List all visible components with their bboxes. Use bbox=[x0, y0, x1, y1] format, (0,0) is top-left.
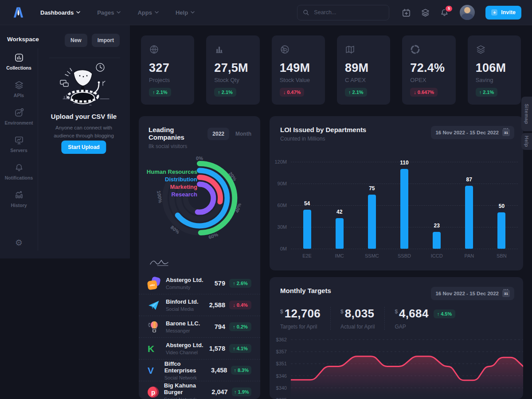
vimeo-icon: V bbox=[148, 366, 160, 375]
monthly-date-range[interactable]: 16 Nov 2022 - 15 Dec 2022 31 bbox=[431, 287, 514, 300]
arrow-down-icon: ↓ bbox=[233, 302, 235, 308]
arrow-up-icon: ↑ bbox=[348, 90, 351, 95]
y-axis-label: $340 bbox=[276, 385, 287, 391]
bar-chart-icon bbox=[214, 44, 251, 55]
edge-tab-help[interactable]: Help bbox=[521, 133, 532, 150]
app-logo-icon[interactable] bbox=[12, 7, 24, 18]
company-list: otkaAbstergo Ltd.Community579↑2.6%Binfor… bbox=[139, 272, 260, 399]
arrow-up-icon: ↑ bbox=[234, 368, 236, 373]
layers-stack-icon[interactable] bbox=[421, 8, 430, 17]
layers-icon bbox=[476, 44, 513, 55]
sidebar-item-notifications[interactable]: Notifications bbox=[0, 163, 38, 180]
sidebar-item-environment[interactable]: Environment bbox=[0, 108, 38, 125]
y-axis-label: 60M bbox=[278, 203, 287, 208]
x-axis-label: IMC bbox=[335, 253, 344, 258]
company-value: 2,047 bbox=[209, 388, 228, 395]
yarn-ball-icon bbox=[280, 44, 317, 55]
monthly-stats: $12,706Targets for April$8,035Actual for… bbox=[270, 300, 523, 330]
y-axis-label: $357 bbox=[276, 349, 287, 354]
upload-panel: Upload your CSV file Anyone can connect … bbox=[38, 25, 130, 258]
company-row[interactable]: KAbstergo Ltd.Video Channel1,578↑4.1% bbox=[139, 337, 260, 359]
bell-icon[interactable]: 5 bbox=[440, 8, 449, 17]
legend-item: Distribution bbox=[139, 176, 197, 183]
upload-heading: Upload your CSV file bbox=[38, 113, 130, 120]
nav-item-dashboards[interactable]: Dashboards bbox=[40, 9, 80, 16]
kickstarter-icon: K bbox=[148, 344, 161, 353]
bar-ssmc: 75 bbox=[368, 195, 376, 249]
leading-companies-card: Leading Companies 8k social visitors 202… bbox=[139, 116, 260, 399]
bar-value-label: 42 bbox=[336, 209, 342, 215]
company-row[interactable]: VBiffco EnterprisesSocial Network3,458↑8… bbox=[139, 359, 260, 381]
x-axis-label: SBN bbox=[497, 253, 507, 258]
delta-badge: ↓0.647% bbox=[410, 88, 438, 97]
discord-icon: otka bbox=[148, 277, 160, 289]
stat-card-projects: 327Projects↑2.1% bbox=[141, 35, 194, 105]
arrow-down-icon: ↓ bbox=[414, 90, 416, 95]
date-range-label: 16 Nov 2022 - 15 Dec 2022 bbox=[435, 291, 499, 296]
nav-item-label: Dashboards bbox=[40, 9, 74, 16]
chevron-down-icon bbox=[155, 11, 159, 14]
invite-button[interactable]: + Invite bbox=[485, 6, 521, 20]
search-input[interactable] bbox=[313, 9, 370, 16]
nav-item-label: Help bbox=[176, 9, 188, 16]
delta-value: 0.2% bbox=[237, 324, 248, 329]
company-row[interactable]: pBig Kahuna BurgerSocial Network2,047↑1.… bbox=[139, 381, 260, 399]
loi-date-range[interactable]: 16 Nov 2022 - 15 Dec 2022 31 bbox=[431, 126, 514, 139]
delta-badge: ↑2.1% bbox=[149, 88, 171, 97]
search-icon bbox=[302, 9, 309, 16]
x-axis-label: ICCD bbox=[431, 253, 443, 258]
stat-value: 27,5M bbox=[214, 61, 251, 75]
settings-gear-icon[interactable]: ⚙ bbox=[0, 238, 38, 248]
arrow-up-icon: ↑ bbox=[479, 90, 482, 95]
sidebar-item-servers[interactable]: Servers bbox=[0, 135, 38, 153]
bar-pan: 87 bbox=[465, 186, 473, 249]
sidebar-item-collections[interactable]: Collections bbox=[0, 53, 38, 70]
plus-icon: + bbox=[491, 9, 497, 16]
delta-badge: ↑2.6% bbox=[229, 279, 251, 288]
arrow-up-icon: ↑ bbox=[233, 281, 235, 286]
calendar-icon: 31 bbox=[502, 290, 510, 297]
delta-value: 2.1% bbox=[483, 90, 494, 95]
calendar-add-icon[interactable] bbox=[402, 8, 411, 17]
delta-value: 2.1% bbox=[352, 90, 363, 95]
stat-card-stock-value: 149MStock Value↓0.47% bbox=[272, 35, 325, 105]
company-text: Abstergo Ltd.Video Channel bbox=[166, 342, 203, 355]
edge-tab-label: Sitemap bbox=[524, 104, 529, 124]
bar-value-label: 23 bbox=[434, 223, 439, 229]
leading-companies-title: Leading Companies bbox=[149, 126, 207, 141]
x-axis-label: SSBD bbox=[398, 253, 411, 258]
arrow-up-icon: ↑ bbox=[437, 311, 440, 317]
company-value: 794 bbox=[207, 323, 225, 330]
sidebar-item-apis[interactable]: APIs bbox=[0, 80, 38, 98]
history-icon bbox=[14, 190, 24, 200]
start-upload-button[interactable]: Start Upload bbox=[61, 141, 106, 154]
nav-item-pages[interactable]: Pages bbox=[97, 9, 121, 16]
nav-item-apps[interactable]: Apps bbox=[137, 9, 159, 16]
gridline bbox=[291, 249, 518, 249]
main-nav: DashboardsPagesAppsHelp bbox=[40, 9, 195, 16]
company-value: 2,588 bbox=[207, 301, 225, 309]
bar-iccd: 23 bbox=[433, 232, 441, 249]
delta-badge: ↑8.3% bbox=[231, 366, 251, 375]
sidebar-item-history[interactable]: History bbox=[0, 190, 38, 208]
sidebar-item-label: APIs bbox=[14, 93, 24, 98]
nav-item-help[interactable]: Help bbox=[176, 9, 195, 16]
company-row[interactable]: otkaAbstergo Ltd.Community579↑2.6% bbox=[139, 272, 260, 294]
monthly-stat: $4,684↑4.5%GAP bbox=[395, 307, 465, 330]
edge-tab-sitemap[interactable]: Sitemap bbox=[521, 97, 532, 131]
arrow-down-icon: ↓ bbox=[283, 90, 286, 95]
y-axis-label: 30M bbox=[278, 224, 287, 230]
y-axis-label: $346 bbox=[276, 373, 287, 379]
workspace-title: Workspace bbox=[7, 36, 39, 43]
user-avatar[interactable] bbox=[460, 5, 475, 20]
stat-value: 72.4% bbox=[410, 61, 447, 75]
monthly-targets-card: Monthly Targets 16 Nov 2022 - 15 Dec 202… bbox=[270, 277, 523, 399]
period-filter[interactable]: Month bbox=[235, 131, 251, 137]
company-row[interactable]: Barone LLC.Messanger794↑0.2% bbox=[139, 316, 260, 337]
company-row[interactable]: Binford Ltd.Social Media2,588↓0.4% bbox=[139, 294, 260, 316]
sidebar-item-label: Environment bbox=[4, 120, 33, 125]
y-axis-label: $335 bbox=[276, 397, 287, 399]
company-category: Social Media bbox=[166, 306, 199, 312]
search-box[interactable] bbox=[297, 5, 389, 20]
year-filter[interactable]: 2022 bbox=[207, 128, 229, 140]
